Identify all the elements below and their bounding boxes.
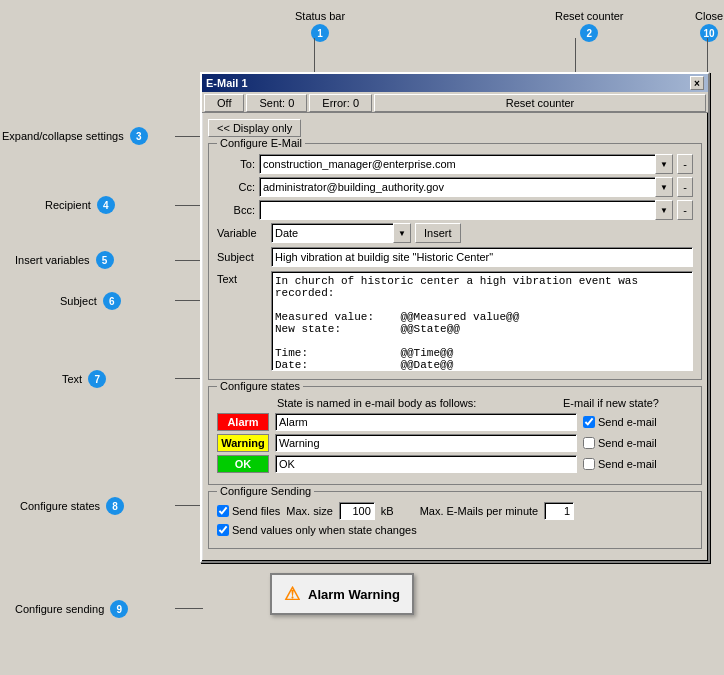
send-values-label[interactable]: Send values only when state changes (217, 524, 417, 536)
configure-sending-title: Configure Sending (217, 485, 314, 497)
to-dash-button[interactable]: - (677, 154, 693, 174)
max-size-label: Max. size (286, 505, 332, 517)
vline-status (314, 38, 315, 72)
alarm-email-label[interactable]: Send e-mail (583, 416, 657, 428)
close-annotation: Close 10 (695, 10, 723, 42)
kb-label: kB (381, 505, 394, 517)
status-sent-tab[interactable]: Sent: 0 (246, 94, 307, 112)
ok-badge: OK (217, 455, 269, 473)
configure-states-group: Configure states State is named in e-mai… (208, 386, 702, 485)
bcc-dash-button[interactable]: - (677, 200, 693, 220)
subject-annotation: Subject 6 (60, 292, 121, 310)
states-email-header: E-mail if new state? (563, 397, 693, 409)
text-area-row: Text (217, 271, 693, 371)
sending-row-2: Send values only when state changes (217, 524, 693, 536)
vline-close (707, 38, 708, 72)
ok-email-label[interactable]: Send e-mail (583, 458, 657, 470)
variable-dropdown-wrap: Date ▼ (271, 223, 411, 243)
alarm-state-input[interactable] (275, 413, 577, 431)
status-bar-label: Status bar (295, 10, 345, 22)
warning-state-input[interactable] (275, 434, 577, 452)
vline-reset (575, 38, 576, 72)
window-title: E-Mail 1 (206, 77, 248, 89)
bcc-row: Bcc: ▼ - (217, 200, 693, 220)
configure-states-annotation: Configure states 8 (20, 497, 124, 515)
alarm-state-row: Alarm Send e-mail (217, 413, 693, 431)
variable-select[interactable]: Date (271, 223, 411, 243)
configure-email-group: Configure E-Mail To: ▼ - Cc: ▼ - (208, 143, 702, 380)
max-size-input[interactable] (339, 502, 375, 520)
subject-label: Subject (60, 295, 97, 307)
subject-input[interactable] (271, 247, 693, 267)
status-bar: Off Sent: 0 Error: 0 Reset counter (202, 92, 708, 113)
annotation-circle-5: 5 (96, 251, 114, 269)
status-error-tab[interactable]: Error: 0 (309, 94, 372, 112)
text-annotation: Text 7 (62, 370, 106, 388)
to-label: To: (217, 158, 255, 170)
recipient-label: Recipient (45, 199, 91, 211)
window-body: << Display only Configure E-Mail To: ▼ -… (202, 113, 708, 561)
variable-label: Variable (217, 227, 267, 239)
send-files-text: Send files (232, 505, 280, 517)
configure-email-title: Configure E-Mail (217, 137, 305, 149)
bcc-input[interactable] (259, 200, 673, 220)
line-states (175, 505, 203, 506)
send-files-label[interactable]: Send files (217, 505, 280, 517)
recipient-annotation: Recipient 4 (45, 196, 115, 214)
status-reset-tab[interactable]: Reset counter (374, 94, 706, 112)
window-close-button[interactable]: × (690, 76, 704, 90)
configure-states-title: Configure states (217, 380, 303, 392)
configure-sending-label: Configure sending (15, 603, 104, 615)
status-bar-annotation: Status bar 1 (295, 10, 345, 42)
cc-input[interactable] (259, 177, 673, 197)
configure-states-label: Configure states (20, 500, 100, 512)
send-files-checkbox[interactable] (217, 505, 229, 517)
states-col-empty (217, 397, 277, 409)
cc-dash-button[interactable]: - (677, 177, 693, 197)
to-input[interactable] (259, 154, 673, 174)
line-variables (175, 260, 203, 261)
subject-field-label: Subject (217, 251, 267, 263)
warning-badge: Warning (217, 434, 269, 452)
annotation-circle-6: 6 (103, 292, 121, 310)
expand-collapse-button[interactable]: << Display only (208, 119, 301, 137)
ok-email-wrap: Send e-mail (583, 458, 693, 470)
max-emails-input[interactable] (544, 502, 574, 520)
insert-variables-label: Insert variables (15, 254, 90, 266)
states-col-header: State is named in e-mail body as follows… (277, 397, 563, 409)
annotation-circle-9: 9 (110, 600, 128, 618)
ok-state-input[interactable] (275, 455, 577, 473)
line-expand (175, 136, 203, 137)
cc-label: Cc: (217, 181, 255, 193)
bcc-label: Bcc: (217, 204, 255, 216)
states-header-row: State is named in e-mail body as follows… (217, 397, 693, 409)
insert-variables-annotation: Insert variables 5 (15, 251, 114, 269)
expand-collapse-annotation: Expand/collapse settings 3 (2, 127, 148, 145)
alarm-email-checkbox[interactable] (583, 416, 595, 428)
cc-row: Cc: ▼ - (217, 177, 693, 197)
cc-dropdown-wrap: ▼ (259, 177, 673, 197)
ok-email-checkbox[interactable] (583, 458, 595, 470)
send-values-text: Send values only when state changes (232, 524, 417, 536)
text-area[interactable] (271, 271, 693, 371)
warning-email-checkbox[interactable] (583, 437, 595, 449)
line-sending (175, 608, 203, 609)
window-titlebar: E-Mail 1 × (202, 74, 708, 92)
annotation-circle-7: 7 (88, 370, 106, 388)
annotation-circle-4: 4 (97, 196, 115, 214)
annotation-circle-3: 3 (130, 127, 148, 145)
send-values-checkbox[interactable] (217, 524, 229, 536)
text-field-label: Text (217, 271, 267, 371)
insert-button[interactable]: Insert (415, 223, 461, 243)
alarm-email-text: Send e-mail (598, 416, 657, 428)
status-off-tab[interactable]: Off (204, 94, 244, 112)
sending-row-1: Send files Max. size kB Max. E-Mails per… (217, 502, 693, 520)
warning-email-wrap: Send e-mail (583, 437, 693, 449)
to-row: To: ▼ - (217, 154, 693, 174)
alarm-warning-icon: ⚠ (284, 583, 300, 605)
close-label: Close (695, 10, 723, 22)
warning-email-label[interactable]: Send e-mail (583, 437, 657, 449)
reset-counter-label: Reset counter (555, 10, 623, 22)
annotation-circle-8: 8 (106, 497, 124, 515)
warning-email-text: Send e-mail (598, 437, 657, 449)
